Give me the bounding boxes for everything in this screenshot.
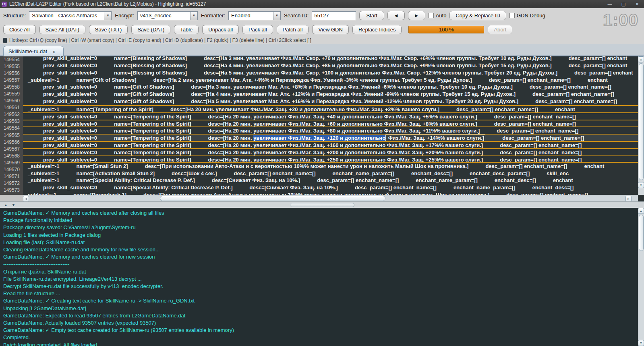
row-cell: prev_skill_sublevel=0 <box>43 62 97 69</box>
forward-button[interactable]: ► <box>408 11 425 20</box>
table-row[interactable]: prev_skill_sublevel=0name=[Blessing of S… <box>23 56 638 62</box>
line-number-gutter: 1495541495551495561495571495581495591495… <box>0 56 23 195</box>
encrypt-value: v413_encdec <box>138 12 174 19</box>
button-save-txt[interactable]: Save (TXT) <box>89 25 128 34</box>
line-number: 149566 <box>0 139 23 146</box>
log-line: Package directory saved: C:\Games\La2ugn… <box>3 224 638 231</box>
row-cell: _sublevel=-1 <box>28 170 59 177</box>
button-unpack-all[interactable]: Unpack all <box>202 25 239 34</box>
table-row[interactable]: _sublevel=-1name=[Special Ability: Criti… <box>23 177 638 184</box>
row-cell: name=[Gift of Shadows] <box>114 91 174 98</box>
row-cell: desc=[На 4 мин. увеличивает Физ./Маг. Ск… <box>204 62 552 69</box>
log-line: Loading 1 files selected in Package dial… <box>3 232 638 239</box>
formatter-label: Formatter: <box>201 12 225 19</box>
close-icon[interactable]: ✕ <box>630 0 644 8</box>
chevron-down-icon[interactable]: ▼ <box>190 12 197 20</box>
row-cell: name=[Tempering of the Spirit] <box>114 127 191 134</box>
desc-prefix: desc=[На 20 мин. <box>208 135 254 141</box>
table-row[interactable]: _sublevel=-1name=[Tempering of the Spiri… <box>23 105 638 112</box>
log-vscroll-thumb[interactable] <box>639 215 644 251</box>
row-cell: desc=[На 20 мин. увеличивает Физ./Маг. З… <box>208 127 480 134</box>
maximize-icon[interactable]: ▢ <box>617 0 630 8</box>
table-row[interactable]: prev_skill_sublevel=0name=[Tempering of … <box>23 141 638 148</box>
scroll-left-icon[interactable]: ◄ <box>23 196 29 201</box>
button-patch-all[interactable]: Patch all <box>277 25 309 34</box>
gdn-debug-label: GDN Debug <box>517 12 545 19</box>
row-cell: name=[Tempering of the Spirit] <box>114 120 191 127</box>
chevron-down-icon[interactable]: ▼ <box>104 12 111 20</box>
table-row[interactable]: prev_skill_sublevel=0name=[Gift of Shado… <box>23 98 638 105</box>
button-view-gdn[interactable]: View GDN <box>312 25 348 34</box>
row-cell: desc=[При использовании Авто-Атаки и с в… <box>145 163 469 170</box>
collapse-down-icon[interactable]: ▼ <box>12 203 15 207</box>
encrypt-dropdown[interactable]: v413_encdec ▼ <box>137 11 198 20</box>
row-cell: prev_skill_sublevel=0 <box>43 156 97 163</box>
tab-strip: SkillName-ru.dat x <box>0 44 644 56</box>
scroll-right-icon[interactable]: ► <box>625 196 632 201</box>
button-save-dat[interactable]: Save (DAT) <box>131 25 170 34</box>
auto-checkbox[interactable] <box>429 13 434 18</box>
log-line: Batch loading completed. All files loade… <box>3 342 638 346</box>
line-number: 149558 <box>0 84 23 91</box>
row-cell: desc_param=[] enchant_name=[] <box>500 142 582 148</box>
button-pack-all[interactable]: Pack all <box>242 25 273 34</box>
table-row[interactable]: _sublevel=-1name=[Small Stun 2]desc=[При… <box>23 163 638 170</box>
table-row[interactable]: prev_skill_sublevel=0name=[Blessing of S… <box>23 69 638 77</box>
gdn-debug-checkbox[interactable] <box>509 13 515 18</box>
splitter-bar[interactable]: ▲ ▼ <box>0 201 644 208</box>
row-cell: prev_skill_sublevel=0 <box>43 149 97 155</box>
minimize-icon[interactable]: — <box>603 0 617 8</box>
scroll-down-icon[interactable]: ▼ <box>638 182 644 188</box>
table-row[interactable]: _sublevel=-1name=[Gift of Shadows]desc=[… <box>23 77 638 84</box>
row-cell: desc_param=[] enchant_name=[] <box>497 127 578 134</box>
table-row[interactable]: prev_skill_sublevel=0name=[Gift of Shado… <box>23 91 638 98</box>
table-row[interactable]: sublevel=-1name=[Permobash 1]desc=[При и… <box>23 191 638 195</box>
line-number: 149563 <box>0 118 23 125</box>
back-button[interactable]: ◄ <box>387 11 405 20</box>
button-table[interactable]: Table <box>174 25 199 34</box>
row-cell: enchant_desc=[] <box>411 170 453 177</box>
splitter-grip[interactable] <box>290 203 354 207</box>
scroll-up-icon[interactable]: ▲ <box>638 208 644 214</box>
table-row[interactable]: prev_skill_sublevel=0name=[Blessing of S… <box>23 62 638 69</box>
row-cell: desc_param=[] enchant_name=[] <box>355 184 437 191</box>
scroll-up-icon[interactable]: ▲ <box>638 56 644 62</box>
table-hscroll-thumb[interactable] <box>160 196 385 201</box>
line-number: 149560 <box>0 97 23 104</box>
table-vscroll-thumb[interactable] <box>639 63 644 180</box>
row-cell: _sublevel=-1 <box>28 106 59 112</box>
log-vertical-scrollbar[interactable]: ▲ ▼ <box>638 208 644 346</box>
scroll-down-icon[interactable]: ▼ <box>638 340 644 346</box>
title-bar: L2j L2ClientDat-LA2P Editor (Fork based … <box>0 0 644 8</box>
table-row[interactable]: prev_skill_sublevel=0name=[Gift of Shado… <box>23 83 638 91</box>
row-cell: desc_param=[] enchant_name=[] <box>485 163 567 170</box>
table-horizontal-scrollbar[interactable]: ◄ ► <box>23 195 638 201</box>
button-save-all-dat[interactable]: Save All (DAT) <box>39 25 85 34</box>
table-row[interactable]: prev_skill_sublevel=0name=[Special Abili… <box>23 184 638 191</box>
row-cell: name=[Permobash 1] <box>73 191 126 195</box>
row-cell: desc=[На 20 мин. увеличивает Физ./Маг. З… <box>208 156 483 163</box>
table-row[interactable]: prev_skill_sublevel=0name=[Tempering of … <box>23 112 638 120</box>
structure-dropdown[interactable]: Salvation - Classic Antharas ▼ <box>29 11 112 20</box>
formatter-dropdown[interactable]: Enabled ▼ <box>228 11 281 20</box>
button-replace-indices[interactable]: Replace Indices <box>352 25 402 34</box>
button-close-all[interactable]: Close All <box>3 25 36 34</box>
collapse-up-icon[interactable]: ▲ <box>4 203 8 207</box>
table-row[interactable]: _sublevel=-1name=[Activation Small Stun … <box>23 170 638 177</box>
tab-skillname-ru[interactable]: SkillName-ru.dat x <box>3 46 64 56</box>
row-cell: enchant_desc=[] <box>495 177 536 184</box>
table-row[interactable]: prev_skill_sublevel=0name=[Tempering of … <box>23 126 638 134</box>
table-row[interactable]: prev_skill_sublevel=0name=[Tempering of … <box>23 148 638 155</box>
row-cell: desc_param=[] enchant_name=[] <box>532 91 614 98</box>
search-id-input[interactable] <box>312 11 356 20</box>
abort-button[interactable]: Abort <box>488 25 512 34</box>
table-row[interactable]: prev_skill_sublevel=0name=[Tempering of … <box>23 134 638 141</box>
table-row[interactable]: prev_skill_sublevel=0name=[Tempering of … <box>23 155 638 163</box>
tab-close-icon[interactable]: x <box>53 49 55 54</box>
start-button[interactable]: Start <box>359 11 384 20</box>
table-vertical-scrollbar[interactable]: ▲ ▼ <box>638 56 644 195</box>
copy-replace-id-button[interactable]: Copy & Replace ID <box>449 11 506 20</box>
progress-bar: 100 % <box>408 26 484 33</box>
table-row[interactable]: prev_skill_sublevel=0name=[Tempering of … <box>23 120 638 127</box>
chevron-down-icon[interactable]: ▼ <box>273 12 280 20</box>
